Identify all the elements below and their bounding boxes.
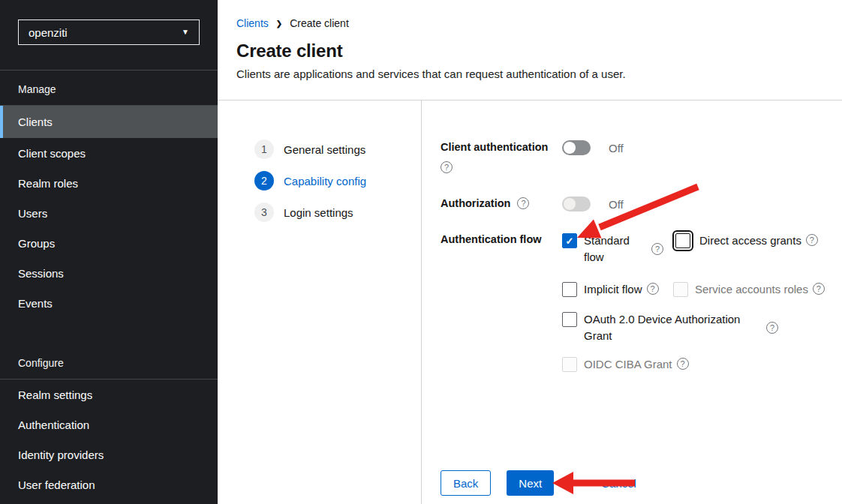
wizard-steps-nav: 1 General settings 2 Capability config 3…: [218, 100, 422, 504]
toggle-knob: [564, 198, 576, 210]
next-button[interactable]: Next: [507, 470, 554, 496]
checkbox-box-disabled: [562, 357, 577, 372]
checkbox-label: Direct access grants: [699, 232, 801, 249]
step-number-badge: 3: [254, 202, 274, 222]
help-icon[interactable]: ?: [517, 197, 529, 209]
authorization-toggle: [562, 196, 591, 212]
checkbox-box[interactable]: [562, 312, 577, 327]
wizard-step-login-settings[interactable]: 3 Login settings: [254, 202, 421, 222]
checkbox-label: OIDC CIBA Grant: [584, 356, 672, 373]
checkbox-label: Standard flow: [584, 232, 635, 266]
wizard-step-capability-config[interactable]: 2 Capability config: [254, 171, 421, 190]
sidebar: openziti ▼ Manage Clients Client scopes …: [0, 0, 218, 504]
sidebar-item-sessions[interactable]: Sessions: [0, 258, 218, 288]
checkbox-label: Service accounts roles: [695, 281, 808, 298]
help-icon[interactable]: ?: [766, 322, 778, 334]
authorization-label: Authorization: [441, 196, 510, 210]
client-authentication-label: Client authentication: [441, 140, 562, 154]
page-subtitle: Clients are applications and services th…: [236, 68, 824, 80]
sidebar-item-authentication[interactable]: Authentication: [0, 410, 218, 440]
page-header: Clients ❯ Create client Create client Cl…: [218, 0, 842, 100]
checkbox-label: Implicit flow: [584, 281, 642, 298]
field-authorization: Authorization ? Off: [441, 196, 842, 212]
checkbox-box[interactable]: [675, 233, 690, 248]
step-label: General settings: [284, 143, 365, 156]
help-icon[interactable]: ?: [651, 243, 663, 255]
cancel-link[interactable]: Cancel: [601, 477, 636, 490]
authentication-flow-options: ✓ Standard flow ? Direct access grants ?…: [562, 232, 825, 373]
back-button[interactable]: Back: [441, 470, 491, 496]
client-authentication-state: Off: [609, 142, 624, 154]
breadcrumb-current: Create client: [290, 17, 349, 29]
caret-down-icon: ▼: [182, 28, 189, 36]
field-client-authentication: Client authentication ? Off: [441, 140, 842, 173]
wizard-footer: Back Next Cancel: [441, 470, 842, 504]
field-authentication-flow: Authentication flow ✓ Standard flow ? Di…: [441, 232, 842, 373]
sidebar-item-realm-settings[interactable]: Realm settings: [0, 380, 218, 410]
checkbox-box-disabled: [673, 282, 688, 297]
toggle-knob: [564, 142, 576, 154]
help-icon[interactable]: ?: [677, 358, 689, 370]
sidebar-item-identity-providers[interactable]: Identity providers: [0, 440, 218, 470]
sidebar-item-client-scopes[interactable]: Client scopes: [0, 138, 218, 168]
help-icon[interactable]: ?: [806, 234, 818, 246]
help-icon[interactable]: ?: [647, 283, 659, 295]
sidebar-item-groups[interactable]: Groups: [0, 228, 218, 258]
checkbox-label: OAuth 2.0 Device Authorization Grant: [584, 311, 755, 344]
checkbox-direct-access-grants[interactable]: Direct access grants ?: [673, 232, 825, 249]
capability-config-form: Client authentication ? Off Authorizatio…: [422, 100, 842, 504]
sidebar-item-clients[interactable]: Clients: [0, 106, 218, 138]
checkbox-standard-flow[interactable]: ✓ Standard flow ?: [562, 232, 673, 266]
step-number-badge: 1: [254, 140, 274, 159]
sidebar-item-users[interactable]: Users: [0, 198, 218, 228]
checkbox-service-accounts-roles: Service accounts roles ?: [673, 281, 825, 298]
checkbox-oidc-ciba-grant: OIDC CIBA Grant ?: [562, 356, 825, 373]
page-title: Create client: [236, 40, 824, 62]
client-authentication-toggle[interactable]: [562, 140, 591, 155]
sidebar-section-configure: Configure: [0, 344, 218, 379]
realm-selector-value: openziti: [29, 26, 68, 39]
checkbox-oauth-device-authorization-grant[interactable]: OAuth 2.0 Device Authorization Grant ?: [562, 311, 825, 344]
checkbox-box-checked[interactable]: ✓: [562, 233, 577, 248]
sidebar-section-manage: Manage: [0, 70, 218, 105]
sidebar-item-realm-roles[interactable]: Realm roles: [0, 168, 218, 198]
realm-selector-dropdown[interactable]: openziti ▼: [18, 20, 200, 45]
sidebar-spacer: [0, 318, 218, 344]
step-number-badge: 2: [254, 171, 274, 190]
authorization-state: Off: [609, 198, 624, 211]
breadcrumb: Clients ❯ Create client: [236, 17, 824, 29]
step-label: Capability config: [284, 175, 366, 188]
sidebar-item-user-federation[interactable]: User federation: [0, 470, 218, 500]
main-content: Clients ❯ Create client Create client Cl…: [218, 0, 842, 504]
sidebar-item-events[interactable]: Events: [0, 288, 218, 318]
checkbox-box[interactable]: [562, 282, 577, 297]
chevron-right-icon: ❯: [276, 20, 282, 28]
help-icon[interactable]: ?: [441, 161, 453, 173]
breadcrumb-link-clients[interactable]: Clients: [236, 17, 269, 29]
help-icon[interactable]: ?: [813, 283, 825, 295]
wizard-step-general-settings[interactable]: 1 General settings: [254, 140, 421, 159]
step-label: Login settings: [284, 206, 353, 219]
checkbox-implicit-flow[interactable]: Implicit flow ?: [562, 281, 673, 298]
wizard-content: 1 General settings 2 Capability config 3…: [218, 100, 842, 504]
authentication-flow-label: Authentication flow: [441, 232, 562, 246]
